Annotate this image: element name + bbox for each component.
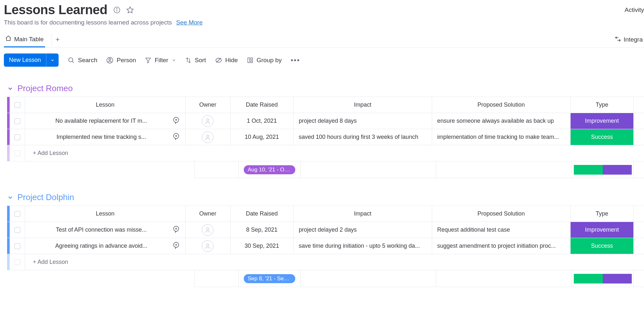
cell-lesson[interactable]: Implemented new time tracking s...	[25, 129, 185, 145]
cell-impact[interactable]: project delayed 8 days	[294, 113, 432, 129]
add-view-button[interactable]: +	[52, 33, 64, 46]
col-type[interactable]: Type	[571, 97, 634, 113]
filter-tool[interactable]: Filter	[145, 57, 176, 64]
conversation-icon[interactable]	[172, 132, 180, 142]
cell-date[interactable]: 10 Aug, 2021	[231, 129, 294, 145]
col-owner[interactable]: Owner	[185, 97, 231, 113]
table-row[interactable]: Agreeing ratings in advance avoid...30 S…	[7, 238, 644, 254]
filter-label: Filter	[155, 57, 168, 64]
select-all-checkbox[interactable]	[10, 206, 25, 222]
table-row[interactable]: Implemented new time tracking s...10 Aug…	[7, 129, 644, 145]
cell-owner[interactable]	[185, 113, 231, 129]
cell-owner[interactable]	[185, 238, 231, 254]
cell-solution[interactable]: suggest amendment to project initiation …	[432, 238, 571, 254]
cell-solution[interactable]: Request additional test case	[432, 222, 571, 238]
col-solution[interactable]: Proposed Solution	[432, 97, 571, 113]
cell-type[interactable]: Success	[571, 238, 634, 254]
group-summary: Aug 10, '21 - Oct...	[7, 161, 644, 178]
board-header: Lessons Learned Activity	[4, 3, 644, 17]
cell-type[interactable]: Improvement	[571, 113, 634, 129]
col-impact[interactable]: Impact	[294, 97, 432, 113]
cell-impact[interactable]: saved 100 hours during first 3 weeks of …	[294, 129, 432, 145]
cell-lesson[interactable]: Test of API connection was misse...	[25, 222, 185, 238]
row-checkbox	[10, 145, 25, 161]
table-row[interactable]: Test of API connection was misse...8 Sep…	[7, 222, 644, 238]
star-icon[interactable]	[126, 6, 134, 14]
person-tool[interactable]: Person	[106, 57, 136, 64]
cell-solution[interactable]: ensure someone always available as back …	[432, 113, 571, 129]
cell-type[interactable]: Improvement	[571, 222, 634, 238]
person-label: Person	[117, 57, 136, 64]
new-lesson-dropdown[interactable]	[46, 53, 59, 67]
cell-owner[interactable]	[185, 129, 231, 145]
cell-impact[interactable]: project delayed 2 days	[294, 222, 432, 238]
col-owner[interactable]: Owner	[185, 206, 231, 222]
cell-lesson[interactable]: No available replacement for IT m...	[25, 113, 185, 129]
tab-label: Main Table	[14, 36, 44, 43]
board-title[interactable]: Lessons Learned	[4, 3, 108, 17]
filter-icon	[145, 57, 151, 63]
col-date[interactable]: Date Raised	[231, 97, 294, 113]
cell-type[interactable]: Success	[571, 129, 634, 145]
see-more-link[interactable]: See More	[176, 19, 203, 26]
board-description-row: This board is for documenting lessons le…	[4, 19, 644, 26]
col-impact[interactable]: Impact	[294, 206, 432, 222]
hide-label: Hide	[225, 57, 238, 64]
group-by-tool[interactable]: Group by	[247, 57, 282, 64]
col-lesson[interactable]: Lesson	[25, 97, 185, 113]
add-lesson-label[interactable]: + Add Lesson	[25, 254, 644, 270]
column-headers: LessonOwnerDate RaisedImpactProposed Sol…	[7, 206, 644, 222]
tab-main-table[interactable]: Main Table	[4, 32, 45, 47]
sort-tool[interactable]: Sort	[185, 57, 206, 64]
add-lesson-row[interactable]: + Add Lesson	[7, 254, 644, 270]
summary-solution	[436, 161, 572, 178]
summary-impact	[301, 270, 436, 287]
board-toolbar: New Lesson Search Person Filter Sort Hid…	[4, 48, 644, 69]
svg-marker-3	[127, 7, 133, 13]
activity-link[interactable]: Activity	[625, 6, 644, 14]
group-header[interactable]: Project Dolphin	[7, 192, 644, 202]
summary-type[interactable]	[572, 270, 634, 287]
conversation-icon[interactable]	[172, 225, 180, 235]
select-all-checkbox[interactable]	[10, 97, 25, 113]
integrate-label[interactable]: Integra	[624, 36, 643, 43]
add-lesson-label[interactable]: + Add Lesson	[25, 145, 644, 161]
info-icon[interactable]	[113, 6, 120, 14]
hide-tool[interactable]: Hide	[215, 57, 238, 64]
cell-impact[interactable]: save time during initiation - upto 5 wor…	[294, 238, 432, 254]
summary-date[interactable]: Aug 10, '21 - Oct...	[239, 161, 301, 178]
new-lesson-label[interactable]: New Lesson	[4, 53, 46, 67]
group-name: Project Dolphin	[17, 192, 74, 202]
group: Project DolphinLessonOwnerDate RaisedImp…	[4, 192, 644, 287]
avatar-icon	[202, 131, 213, 143]
cell-date[interactable]: 1 Oct, 2021	[231, 113, 294, 129]
more-options-icon[interactable]: •••	[291, 56, 300, 64]
new-lesson-button[interactable]: New Lesson	[4, 53, 59, 67]
svg-rect-10	[248, 58, 250, 62]
col-type[interactable]: Type	[571, 206, 634, 222]
chevron-down-icon	[7, 85, 14, 92]
table-row[interactable]: No available replacement for IT m...1 Oc…	[7, 113, 644, 129]
col-lesson[interactable]: Lesson	[25, 206, 185, 222]
cell-owner[interactable]	[185, 222, 231, 238]
group-header[interactable]: Project Romeo	[7, 83, 644, 93]
svg-point-7	[109, 58, 111, 60]
col-date[interactable]: Date Raised	[231, 206, 294, 222]
cell-date[interactable]: 8 Sep, 2021	[231, 222, 294, 238]
row-checkbox[interactable]	[10, 238, 25, 254]
cell-solution[interactable]: implementation of time tracking to make …	[432, 129, 571, 145]
summary-type[interactable]	[572, 161, 634, 178]
add-lesson-row[interactable]: + Add Lesson	[7, 145, 644, 161]
row-checkbox[interactable]	[10, 129, 25, 145]
conversation-icon[interactable]	[172, 116, 180, 126]
summary-date[interactable]: Sep 8, '21 - Sep ...	[239, 270, 301, 287]
cell-lesson[interactable]: Agreeing ratings in advance avoid...	[25, 238, 185, 254]
conversation-icon[interactable]	[172, 241, 180, 251]
cell-date[interactable]: 30 Sep, 2021	[231, 238, 294, 254]
row-checkbox[interactable]	[10, 113, 25, 129]
view-tabs: Main Table + Integra	[4, 32, 644, 48]
col-solution[interactable]: Proposed Solution	[432, 206, 571, 222]
group: Project RomeoLessonOwnerDate RaisedImpac…	[4, 83, 644, 178]
row-checkbox[interactable]	[10, 222, 25, 238]
search-tool[interactable]: Search	[68, 57, 97, 64]
